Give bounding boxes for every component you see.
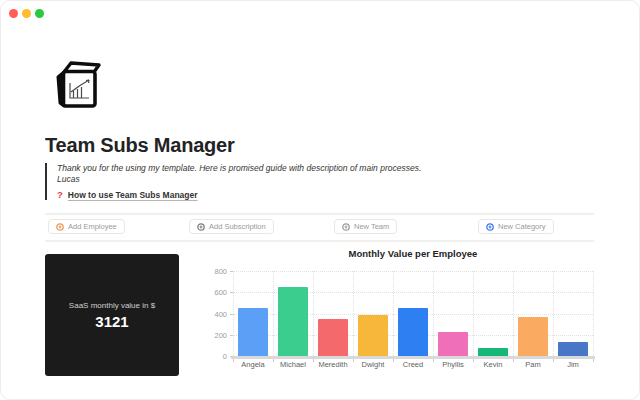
y-tick-label: 400 [214,309,227,318]
x-tick-label: Michael [280,360,306,369]
button-label: New Category [498,222,546,231]
bar-pam [518,317,548,356]
bar-dwight [358,315,388,356]
chart-x-axis-line [231,356,595,359]
gridline [593,271,594,356]
stat-card-value: 3121 [95,313,128,330]
close-window-icon[interactable] [9,9,18,18]
add-employee-button[interactable]: Add Employee [48,219,125,234]
x-tick-label: Phyllis [442,360,464,369]
button-label: New Team [354,222,389,231]
divider [45,213,594,215]
x-tick-label: Jim [567,360,579,369]
circle-plus-icon [486,223,494,231]
gridline [473,271,474,356]
gridline [273,271,274,356]
x-tick-label: Angela [241,360,264,369]
gridline [393,271,394,356]
cube-chart-icon [47,59,101,113]
button-label: Add Subscription [209,222,266,231]
quote-text-line2: Lucas [57,174,585,185]
howto-link-label: How to use Team Subs Manager [68,190,198,200]
circle-plus-icon [197,223,205,231]
add-subscription-button[interactable]: Add Subscription [189,219,274,234]
y-tick [230,356,233,357]
chart-plot [233,271,593,356]
chart-x-labels: AngelaMichaelMeredithDwightCreedPhyllisK… [233,360,593,370]
gridline [313,271,314,356]
x-tick-label: Pam [525,360,540,369]
divider [45,240,594,242]
page-title: Team Subs Manager [45,134,235,157]
bar-angela [238,308,268,356]
gridline [513,271,514,356]
y-tick-label: 200 [214,330,227,339]
y-tick-label: 600 [214,288,227,297]
button-label: Add Employee [68,222,117,231]
x-tick-label: Creed [403,360,423,369]
bar-kevin [478,348,508,357]
x-tick-label: Meredith [318,360,347,369]
y-tick-label: 0 [223,352,227,361]
question-mark-icon: ? [57,189,63,200]
bar-meredith [318,319,348,356]
stat-card-label: SaaS monthly value in $ [69,301,155,310]
minimize-window-icon[interactable] [22,9,31,18]
new-category-button[interactable]: New Category [478,219,554,234]
bar-michael [278,287,308,356]
gridline [233,271,593,272]
x-tick [593,359,594,362]
bar-phyllis [438,332,468,356]
chart-y-axis: 0200400600800 [199,271,229,356]
circle-plus-icon [342,223,350,231]
zoom-window-icon[interactable] [35,9,44,18]
bar-creed [398,308,428,356]
gridline [353,271,354,356]
circle-plus-icon [56,223,64,231]
window-controls [9,9,44,18]
bar-jim [558,342,588,356]
saas-monthly-value-card: SaaS monthly value in $ 3121 [45,254,179,376]
y-tick-label: 800 [214,267,227,276]
quote-block: Thank you for the using my template. Her… [45,163,585,200]
gridline [233,271,234,356]
new-team-button[interactable]: New Team [334,219,397,234]
app-window: Team Subs Manager Thank you for the usin… [0,0,640,400]
chart-title: Monthly Value per Employee [233,248,593,259]
x-tick-label: Kevin [484,360,503,369]
quote-text-line1: Thank you for the using my template. Her… [57,163,585,174]
gridline [553,271,554,356]
howto-page-link[interactable]: ? How to use Team Subs Manager [57,189,585,200]
x-tick-label: Dwight [362,360,385,369]
gridline [433,271,434,356]
